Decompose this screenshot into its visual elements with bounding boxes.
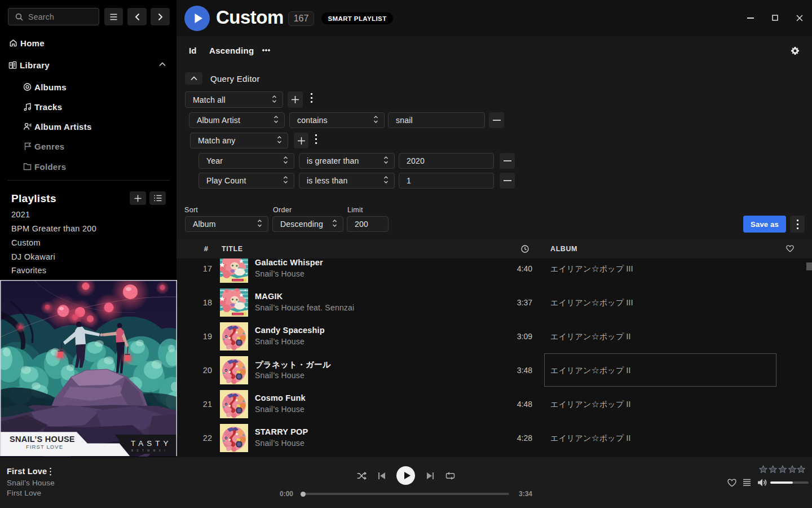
svg-text:FIRST LOVE: FIRST LOVE (26, 444, 63, 450)
svg-text:BSTMMXI: BSTMMXI (131, 449, 169, 452)
svg-text:TASTY: TASTY (131, 439, 171, 448)
svg-text:SNAIL’S HOUSE: SNAIL’S HOUSE (10, 435, 75, 444)
